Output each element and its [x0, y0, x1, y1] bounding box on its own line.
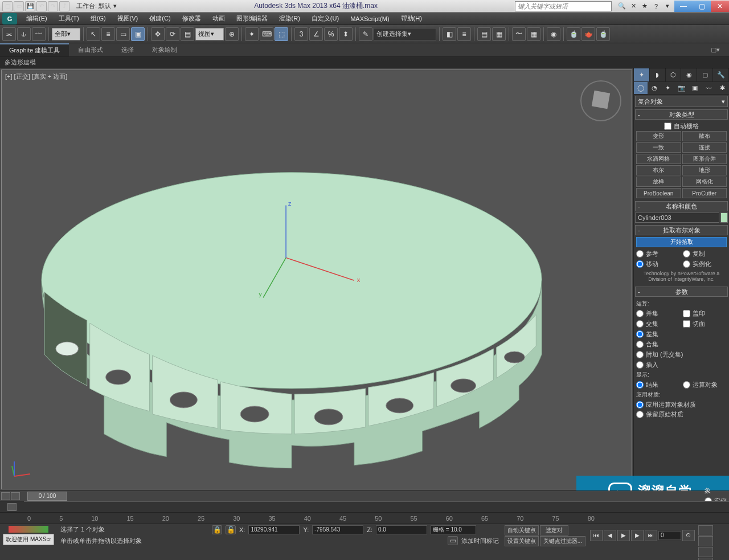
viewcube[interactable]: [580, 80, 621, 121]
angle-snap-icon[interactable]: ∠: [309, 27, 323, 41]
menu-create[interactable]: 创建(C): [144, 13, 176, 24]
help-icon[interactable]: ?: [652, 2, 661, 11]
render-setup-icon[interactable]: 🍵: [567, 27, 580, 41]
trackbar-menu-icon[interactable]: [7, 503, 17, 511]
track-bar[interactable]: [0, 501, 729, 512]
apply-keepmat-radio[interactable]: [636, 411, 644, 418]
new-file-icon[interactable]: ▢: [2, 1, 13, 11]
rollout-name-color[interactable]: -名称和颜色: [635, 201, 728, 211]
z-coord-input[interactable]: 0.0: [376, 525, 427, 534]
systems-icon[interactable]: ✱: [715, 82, 729, 94]
add-time-tag[interactable]: 添加时间标记: [461, 537, 499, 545]
disp-operands-radio[interactable]: [683, 381, 690, 389]
procutter-button[interactable]: ProCutter: [682, 188, 727, 198]
apply-opmat-radio[interactable]: [636, 401, 644, 408]
op-union-radio[interactable]: [636, 310, 644, 317]
menu-tools[interactable]: 工具(T): [53, 13, 85, 24]
op-attach-radio[interactable]: [636, 351, 644, 358]
geometry-icon[interactable]: ◯: [634, 82, 648, 94]
op-merge-radio[interactable]: [636, 341, 644, 348]
time-slider[interactable]: 0 / 100 象 实例: [0, 490, 729, 501]
manipulate-icon[interactable]: ✦: [245, 27, 259, 41]
app-menu-button[interactable]: G: [2, 13, 17, 24]
track-scale[interactable]: [24, 501, 729, 512]
ribbon-tab-paint[interactable]: 对象绘制: [143, 43, 186, 56]
ribbon-tab-selection[interactable]: 选择: [112, 43, 143, 56]
utilities-tab-icon[interactable]: 🔧: [713, 68, 729, 81]
next-frame-icon[interactable]: ▶: [631, 530, 644, 541]
link-icon[interactable]: ⫘: [2, 27, 16, 41]
create-tab-icon[interactable]: ✦: [634, 68, 650, 81]
zoom-icon[interactable]: [698, 525, 713, 536]
exchange-icon[interactable]: ✕: [629, 2, 638, 11]
connect-button[interactable]: 连接: [682, 142, 727, 153]
layer-manager-icon[interactable]: ▤: [477, 27, 491, 41]
select-name-icon[interactable]: ≡: [101, 27, 115, 41]
loft-button[interactable]: 放样: [636, 177, 681, 187]
spinner-snap-icon[interactable]: ⬍: [339, 27, 353, 41]
auto-key-button[interactable]: 自动关键点: [505, 525, 539, 536]
zoom-extents-all-icon[interactable]: [698, 558, 713, 560]
menu-maxscript[interactable]: MAXScript(M): [345, 14, 395, 24]
helpers-icon[interactable]: ▣: [688, 82, 702, 94]
modify-tab-icon[interactable]: ◗: [650, 68, 666, 81]
disp-result-radio[interactable]: [636, 381, 644, 389]
time-tag-icon[interactable]: ▭: [448, 536, 458, 545]
unlink-icon[interactable]: ⫝: [17, 27, 31, 41]
select-region-rect-icon[interactable]: ▭: [116, 27, 130, 41]
menu-view[interactable]: 视图(V): [112, 13, 144, 24]
display-tab-icon[interactable]: ▢: [697, 68, 713, 81]
ribbon-tab-freeform[interactable]: 自由形式: [69, 43, 112, 56]
workspace-switcher[interactable]: 工作台: 默认 ▾: [76, 2, 117, 10]
rollout-object-type[interactable]: -对象类型: [635, 109, 728, 120]
curve-editor-icon[interactable]: 〜: [512, 27, 526, 41]
menu-edit[interactable]: 编辑(E): [21, 13, 53, 24]
menu-group[interactable]: 组(G): [85, 13, 112, 24]
mesher-button[interactable]: 网格化: [682, 177, 727, 187]
menu-animation[interactable]: 动画: [207, 13, 231, 24]
edit-named-selection-icon[interactable]: ✎: [359, 27, 372, 41]
time-slider-thumb[interactable]: 0 / 100: [27, 492, 67, 501]
rollout-pick-boolean[interactable]: -拾取布尔对象: [635, 225, 728, 235]
scale-icon[interactable]: ▤: [181, 27, 194, 41]
viewport[interactable]: [+] [正交] [真实 + 边面]: [1, 70, 632, 489]
maximize-button[interactable]: ▢: [693, 1, 711, 12]
lock-selection-icon[interactable]: 🔓: [226, 525, 236, 534]
prev-key-icon[interactable]: [1, 492, 10, 500]
save-file-icon[interactable]: 💾: [25, 1, 35, 11]
pick-move-radio[interactable]: [636, 260, 644, 268]
snap-3-icon[interactable]: 3: [294, 27, 308, 41]
shapes-icon[interactable]: ◔: [648, 82, 661, 94]
morph-button[interactable]: 变形: [636, 131, 681, 141]
select-icon[interactable]: ↖: [87, 27, 100, 41]
pick-reference-radio[interactable]: [636, 250, 644, 257]
close-button[interactable]: ✕: [711, 1, 729, 12]
proboolean-button[interactable]: ProBoolean: [636, 188, 681, 198]
auto-grid-checkbox[interactable]: [664, 122, 671, 130]
material-editor-icon[interactable]: ◉: [547, 27, 560, 41]
prev-frame-icon[interactable]: ◀: [604, 530, 616, 541]
menu-graph-editors[interactable]: 图形编辑器: [231, 13, 273, 24]
pivot-center-icon[interactable]: ⊕: [225, 27, 239, 41]
op-intersect-radio[interactable]: [636, 320, 644, 328]
scatter-button[interactable]: 散布: [682, 131, 727, 141]
op-cookie-check[interactable]: [683, 320, 690, 328]
star-icon[interactable]: ★: [640, 2, 649, 11]
redo-icon[interactable]: ↷: [48, 1, 58, 11]
menu-customize[interactable]: 自定义(U): [306, 13, 345, 24]
op-imprint-check[interactable]: [683, 310, 690, 317]
schematic-view-icon[interactable]: ▦: [527, 27, 540, 41]
play-icon[interactable]: ▶: [617, 530, 630, 541]
object-name-input[interactable]: [635, 212, 719, 223]
menu-help[interactable]: 帮助(H): [395, 13, 428, 24]
search-icon[interactable]: 🔍: [617, 2, 626, 11]
object-color-swatch[interactable]: [720, 212, 728, 223]
conform-button[interactable]: 一致: [636, 142, 681, 153]
set-key-button[interactable]: 设置关键点: [505, 536, 539, 546]
lights-icon[interactable]: ✦: [661, 82, 675, 94]
motion-tab-icon[interactable]: ◉: [681, 68, 697, 81]
align-icon[interactable]: ≡: [457, 27, 471, 41]
geometry-category-dropdown[interactable]: 复合对象▾: [635, 96, 728, 107]
spacewarps-icon[interactable]: 〰: [702, 82, 715, 94]
cameras-icon[interactable]: 📷: [675, 82, 689, 94]
